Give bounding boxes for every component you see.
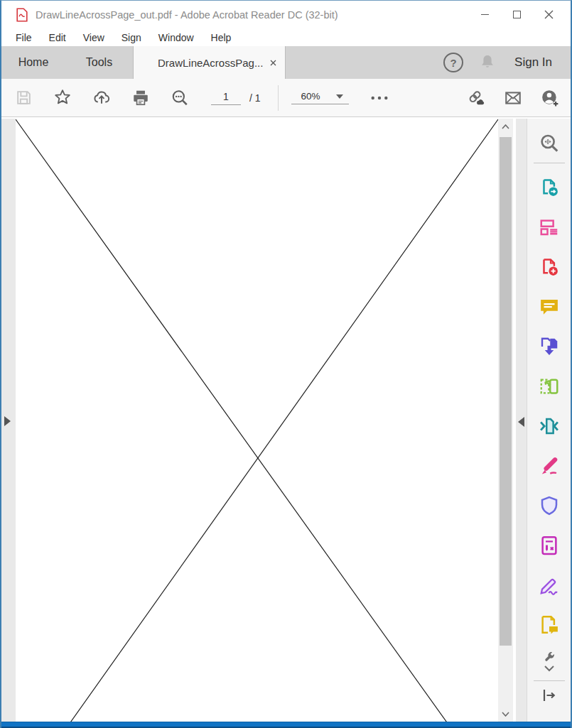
open-pane-arrow-icon bbox=[540, 687, 558, 704]
menu-edit[interactable]: Edit bbox=[45, 31, 70, 45]
sign-in-account-button[interactable] bbox=[541, 89, 559, 107]
maximize-button[interactable] bbox=[501, 1, 533, 28]
minimize-button[interactable] bbox=[469, 1, 501, 28]
help-icon: ? bbox=[450, 57, 456, 69]
help-button[interactable]: ? bbox=[443, 53, 463, 72]
search-document-button[interactable] bbox=[171, 89, 189, 107]
more-toolbar-options-button[interactable] bbox=[370, 89, 389, 107]
page-number-input[interactable]: 1 bbox=[211, 91, 241, 105]
tools-pane-strip bbox=[516, 119, 527, 722]
tool-create-pdf[interactable] bbox=[527, 247, 571, 287]
scroll-down-button[interactable] bbox=[498, 707, 513, 720]
menu-bar: File Edit View Sign Window Help bbox=[1, 28, 571, 46]
tool-scan-ocr[interactable] bbox=[527, 366, 571, 406]
page-drawing bbox=[16, 119, 498, 722]
menu-file[interactable]: File bbox=[12, 31, 36, 45]
share-link-icon bbox=[467, 88, 485, 108]
share-link-button[interactable] bbox=[467, 89, 485, 107]
menu-view[interactable]: View bbox=[80, 31, 108, 45]
main-toolbar: 1 / 1 60% bbox=[1, 79, 571, 117]
notifications-bell-icon[interactable] bbox=[479, 53, 496, 72]
wrench-icon bbox=[541, 649, 557, 665]
scroll-down-icon bbox=[502, 712, 509, 717]
save-button[interactable] bbox=[14, 89, 33, 107]
tool-export-pdf[interactable] bbox=[527, 168, 571, 207]
tools-sidebar bbox=[527, 119, 571, 722]
zoom-level-select[interactable]: 60% bbox=[291, 91, 349, 104]
print-button[interactable] bbox=[131, 89, 150, 107]
upload-cloud-button[interactable] bbox=[92, 89, 111, 107]
protect-shield-icon bbox=[539, 495, 560, 516]
tool-send-for-comments[interactable] bbox=[527, 605, 571, 645]
tools-pane-collapse-button[interactable] bbox=[518, 417, 524, 427]
ellipsis-icon bbox=[370, 94, 389, 102]
combine-files-icon bbox=[539, 336, 560, 357]
pdf-file-icon bbox=[16, 8, 28, 22]
vertical-scrollbar[interactable] bbox=[498, 119, 513, 722]
tab-document-label: DrawLineAcrossPag... bbox=[158, 57, 263, 69]
tab-close-icon bbox=[270, 60, 276, 66]
maximize-icon bbox=[513, 11, 521, 18]
cloud-upload-icon bbox=[92, 88, 111, 107]
create-pdf-icon bbox=[539, 256, 560, 278]
menu-help[interactable]: Help bbox=[207, 31, 235, 45]
menu-sign[interactable]: Sign bbox=[118, 31, 145, 45]
save-icon bbox=[15, 89, 33, 107]
sidebar-bottom-divider bbox=[534, 680, 565, 681]
tool-combine-files[interactable] bbox=[527, 327, 571, 366]
star-icon bbox=[53, 88, 72, 107]
tool-fill-sign[interactable] bbox=[527, 565, 571, 605]
menu-window[interactable]: Window bbox=[155, 31, 198, 45]
envelope-icon bbox=[504, 88, 522, 108]
scan-ocr-icon bbox=[539, 376, 560, 397]
sign-in-button[interactable]: Sign In bbox=[514, 55, 552, 70]
favorite-tools-button[interactable] bbox=[53, 89, 72, 107]
close-button[interactable] bbox=[533, 1, 565, 28]
organize-pages-icon bbox=[539, 217, 560, 238]
tool-protect[interactable] bbox=[527, 486, 571, 526]
document-pane bbox=[1, 119, 571, 722]
tab-home[interactable]: Home bbox=[1, 46, 65, 79]
redact-marker-icon bbox=[539, 455, 560, 477]
tool-comment[interactable] bbox=[527, 287, 571, 327]
page-count-label: / 1 bbox=[249, 92, 261, 104]
prepare-form-icon bbox=[539, 535, 560, 556]
more-tools-chevron-icon[interactable] bbox=[542, 665, 556, 673]
export-pdf-icon bbox=[539, 177, 560, 198]
tab-close-button[interactable] bbox=[270, 60, 276, 66]
scroll-up-icon bbox=[502, 124, 509, 129]
search-magnifier-icon bbox=[171, 88, 189, 107]
toolbar-divider bbox=[278, 85, 279, 111]
chevron-down-icon bbox=[336, 94, 343, 99]
send-for-comments-icon bbox=[539, 614, 560, 636]
send-email-button[interactable] bbox=[504, 89, 522, 107]
open-tools-pane-button[interactable] bbox=[540, 687, 558, 704]
tool-compress-pdf[interactable] bbox=[527, 406, 571, 446]
title-bar: DrawLineAcrossPage_out.pdf - Adobe Acrob… bbox=[1, 1, 571, 28]
tab-bar: Home Tools DrawLineAcrossPag... ? Sign I… bbox=[1, 46, 571, 79]
compress-pdf-icon bbox=[539, 415, 560, 437]
printer-icon bbox=[131, 89, 150, 107]
navigation-pane-expand-button[interactable] bbox=[4, 416, 11, 426]
tool-search-zoom[interactable] bbox=[539, 129, 560, 158]
minimize-icon bbox=[481, 14, 489, 15]
person-add-icon bbox=[541, 88, 559, 108]
more-tools-button[interactable] bbox=[541, 649, 557, 665]
window-bottom-bar bbox=[1, 722, 571, 728]
comment-icon bbox=[539, 296, 560, 317]
window-title: DrawLineAcrossPage_out.pdf - Adobe Acrob… bbox=[36, 9, 338, 21]
sidebar-divider bbox=[534, 163, 565, 163]
scrollbar-thumb[interactable] bbox=[500, 137, 512, 646]
zoom-level-value: 60% bbox=[301, 91, 320, 102]
search-zoom-icon bbox=[539, 133, 560, 154]
acrobat-reader-window: DrawLineAcrossPage_out.pdf - Adobe Acrob… bbox=[0, 0, 572, 728]
tool-redact[interactable] bbox=[527, 446, 571, 486]
tool-prepare-form[interactable] bbox=[527, 526, 571, 565]
tool-organize-pages[interactable] bbox=[527, 207, 571, 247]
pdf-page[interactable] bbox=[16, 119, 498, 722]
close-icon bbox=[544, 10, 554, 19]
scroll-up-button[interactable] bbox=[498, 120, 513, 133]
tab-document[interactable]: DrawLineAcrossPag... bbox=[133, 46, 286, 79]
tab-tools[interactable]: Tools bbox=[65, 46, 133, 79]
fill-sign-pen-icon bbox=[539, 575, 560, 596]
